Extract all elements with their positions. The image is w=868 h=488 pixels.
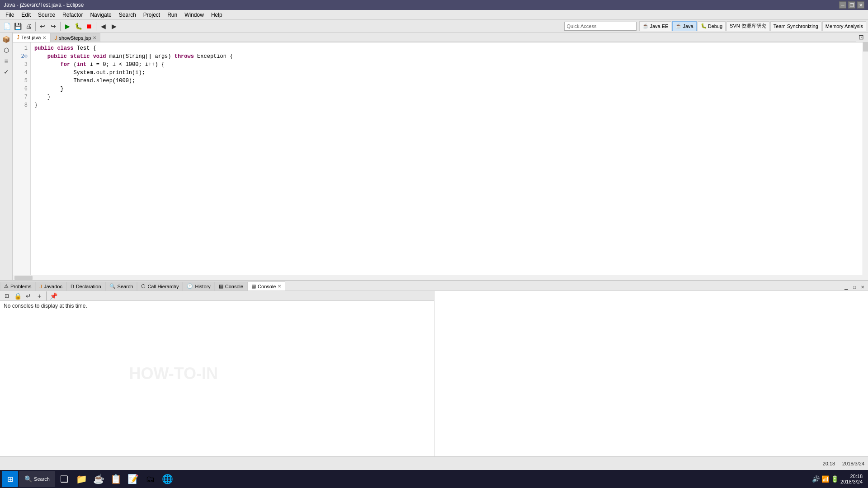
taskbar-app2[interactable]: 📝 bbox=[125, 471, 141, 487]
sidebar-btn-1[interactable]: 📦 bbox=[1, 34, 11, 44]
console-scroll-lock-btn[interactable]: 🔒 bbox=[13, 291, 23, 301]
stop-button[interactable]: ⏹ bbox=[84, 21, 94, 31]
perspective-javaee[interactable]: ☕ Java EE bbox=[639, 21, 671, 31]
perspective-java[interactable]: ☕ Java bbox=[672, 21, 696, 31]
line-8: 8 bbox=[13, 101, 30, 109]
status-date: 2018/3/24 bbox=[842, 461, 864, 466]
chrome-icon: 🌐 bbox=[162, 474, 173, 484]
console-left-pane: ⊡ 🔒 ↵ + 📌 No consoles to display at this… bbox=[0, 291, 434, 456]
redo-button[interactable]: ↪ bbox=[48, 21, 58, 31]
taskbar-app3[interactable]: 🗂 bbox=[142, 471, 158, 487]
left-sidebar: 📦 ⬡ ≡ ✓ bbox=[0, 33, 13, 280]
tab-console1[interactable]: ▤ Console bbox=[215, 282, 247, 291]
menu-navigate[interactable]: Navigate bbox=[86, 10, 115, 19]
horizontal-scrollbar[interactable] bbox=[13, 275, 868, 280]
file-explorer-icon: 📁 bbox=[76, 474, 87, 484]
jsp-file-icon: J bbox=[54, 35, 57, 41]
tab-show-steps[interactable]: J showSteps.jsp ✕ bbox=[50, 33, 100, 42]
taskbar-eclipse[interactable]: ☕ bbox=[90, 471, 107, 487]
taskbar-task-view[interactable]: ❑ bbox=[56, 471, 72, 487]
title-bar: Java - j2se/src/Test.java - Eclipse ─ ❐ … bbox=[0, 0, 868, 10]
menu-refactor[interactable]: Refactor bbox=[59, 10, 86, 19]
next-button[interactable]: ▶ bbox=[109, 21, 119, 31]
tab-close-steps[interactable]: ✕ bbox=[93, 35, 96, 40]
prev-button[interactable]: ◀ bbox=[98, 21, 108, 31]
quick-access-label: Quick Access bbox=[566, 23, 596, 29]
menu-project[interactable]: Project bbox=[140, 10, 164, 19]
perspective-debug[interactable]: 🐛 Debug bbox=[698, 21, 726, 31]
history-label: History bbox=[195, 284, 210, 289]
maximize-editor-btn[interactable]: ⊡ bbox=[856, 32, 866, 42]
tab-problems[interactable]: ⚠ Problems bbox=[0, 282, 35, 291]
javadoc-label: Javadoc bbox=[44, 284, 62, 289]
problems-icon: ⚠ bbox=[4, 283, 9, 289]
perspective-svn[interactable]: SVN 资源库研究 bbox=[726, 21, 769, 31]
taskbar-search-icon: 🔍 bbox=[24, 475, 32, 483]
perspective-memory[interactable]: Memory Analysis bbox=[822, 21, 866, 31]
taskbar-chrome[interactable]: 🌐 bbox=[159, 471, 175, 487]
tab-console2[interactable]: ▤ Console ✕ bbox=[247, 282, 285, 291]
editor-scrollbar[interactable] bbox=[863, 42, 868, 275]
line-7: 7 bbox=[13, 93, 30, 101]
sidebar-btn-3[interactable]: ≡ bbox=[1, 56, 11, 66]
restore-button[interactable]: ❐ bbox=[848, 1, 855, 9]
taskbar-file-explorer[interactable]: 📁 bbox=[73, 471, 90, 487]
minimize-button[interactable]: ─ bbox=[839, 1, 846, 9]
menu-help[interactable]: Help bbox=[208, 10, 226, 19]
perspective-team[interactable]: Team Synchronizing bbox=[770, 21, 821, 31]
clock-date: 2018/3/24 bbox=[840, 479, 863, 484]
console-right-pane bbox=[434, 291, 868, 456]
console-new-btn[interactable]: + bbox=[34, 291, 44, 301]
tab-search[interactable]: 🔍 Search bbox=[105, 282, 137, 291]
systray-time: 20:18 2018/3/24 bbox=[840, 474, 863, 484]
sidebar-btn-4[interactable]: ✓ bbox=[1, 67, 11, 77]
declaration-label: Declaration bbox=[76, 284, 101, 289]
menu-run[interactable]: Run bbox=[164, 10, 181, 19]
line-2: 2⊙ bbox=[13, 52, 30, 61]
close-panel-btn[interactable]: ✕ bbox=[859, 283, 866, 291]
menu-window[interactable]: Window bbox=[181, 10, 208, 19]
sidebar-btn-2[interactable]: ⬡ bbox=[1, 45, 11, 55]
console2-close[interactable]: ✕ bbox=[278, 284, 281, 289]
new-button[interactable]: 📄 bbox=[2, 21, 12, 31]
taskbar: ⊞ 🔍 Search ❑ 📁 ☕ 📋 📝 🗂 🌐 🔊 📶 🔋 20:18 201… bbox=[0, 470, 868, 488]
code-editor[interactable]: 1 2⊙ 3 4 5 6 7 8 public class Test { pub… bbox=[13, 42, 868, 275]
bottom-content: ⊡ 🔒 ↵ + 📌 No consoles to display at this… bbox=[0, 291, 868, 456]
java-file-icon: J bbox=[17, 34, 19, 41]
tab-test-java[interactable]: J Test.java ✕ bbox=[13, 33, 50, 42]
close-button[interactable]: ✕ bbox=[857, 1, 864, 9]
call-hierarchy-label: Call Hierarchy bbox=[147, 284, 179, 289]
app2-icon: 📝 bbox=[127, 474, 139, 484]
console-clear-btn[interactable]: ⊡ bbox=[2, 291, 12, 301]
window-title: Java - j2se/src/Test.java - Eclipse bbox=[4, 2, 84, 8]
quick-access-input[interactable]: Quick Access bbox=[564, 22, 637, 31]
menu-edit[interactable]: Edit bbox=[18, 10, 34, 19]
console-pin-btn[interactable]: 📌 bbox=[48, 291, 58, 301]
debug-button[interactable]: 🐛 bbox=[73, 21, 83, 31]
menu-search[interactable]: Search bbox=[115, 10, 140, 19]
menu-bar: File Edit Source Refactor Navigate Searc… bbox=[0, 10, 868, 20]
tab-declaration[interactable]: D Declaration bbox=[66, 282, 105, 291]
taskbar-search[interactable]: 🔍 Search bbox=[19, 471, 55, 487]
console-word-wrap-btn[interactable]: ↵ bbox=[24, 291, 33, 301]
code-content[interactable]: public class Test { public static void m… bbox=[31, 42, 863, 275]
search-icon: 🔍 bbox=[109, 283, 116, 289]
print-button[interactable]: 🖨 bbox=[24, 21, 33, 31]
tab-javadoc[interactable]: J Javadoc bbox=[35, 282, 66, 291]
taskbar-search-label: Search bbox=[34, 476, 50, 482]
taskbar-app1[interactable]: 📋 bbox=[108, 471, 124, 487]
menu-file[interactable]: File bbox=[2, 10, 18, 19]
separator-3 bbox=[96, 22, 96, 31]
run-button[interactable]: ▶ bbox=[62, 21, 72, 31]
minimize-panel-btn[interactable]: ▁ bbox=[843, 283, 850, 291]
tab-close-test[interactable]: ✕ bbox=[42, 35, 46, 40]
status-time: 20:18 bbox=[823, 461, 835, 466]
undo-button[interactable]: ↩ bbox=[38, 21, 47, 31]
tab-call-hierarchy[interactable]: ⬡ Call Hierarchy bbox=[137, 282, 183, 291]
taskbar-start[interactable]: ⊞ bbox=[2, 471, 18, 487]
save-button[interactable]: 💾 bbox=[13, 21, 23, 31]
maximize-panel-btn[interactable]: □ bbox=[851, 283, 858, 291]
menu-source[interactable]: Source bbox=[34, 10, 59, 19]
console2-icon: ▤ bbox=[251, 283, 256, 289]
tab-history[interactable]: 🕐 History bbox=[183, 282, 214, 291]
